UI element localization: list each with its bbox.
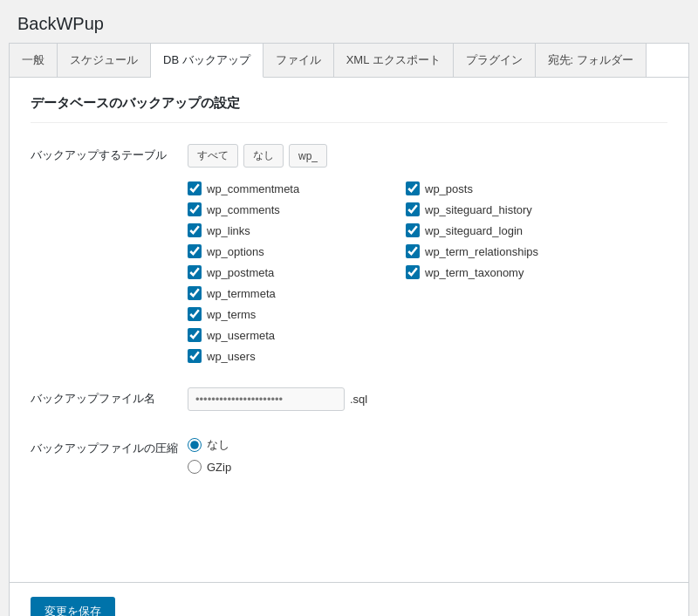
- select-wp-button[interactable]: wp_: [289, 144, 327, 168]
- compression-label: バックアップファイルの圧縮: [31, 437, 188, 456]
- label-wp_postmeta[interactable]: wp_postmeta: [207, 266, 274, 279]
- table-item-empty-4: [406, 346, 624, 366]
- checkbox-wp_posts[interactable]: [406, 181, 420, 195]
- checkbox-wp_options[interactable]: [188, 244, 202, 258]
- filename-label: バックアップファイル名: [31, 387, 188, 407]
- tabs-bar: 一般 スケジュール DB バックアップ ファイル XML エクスポート プラグイ…: [9, 43, 689, 77]
- label-wp_term_relationships[interactable]: wp_term_relationships: [425, 245, 538, 258]
- select-all-button[interactable]: すべて: [188, 144, 238, 168]
- app-title: BackWPup: [0, 0, 698, 43]
- table-item-wp_comments: wp_comments: [188, 199, 406, 220]
- label-compression-none[interactable]: なし: [207, 437, 229, 453]
- content-area: データベースのバックアップの設定 バックアップするテーブル すべて なし wp_…: [9, 77, 689, 583]
- table-item-wp_termmeta: wp_termmeta: [188, 283, 406, 304]
- file-extension: .sql: [350, 393, 367, 406]
- table-item-wp_usermeta: wp_usermeta: [188, 325, 406, 346]
- tables-label: バックアップするテーブル: [31, 144, 188, 163]
- radio-compression-none[interactable]: [188, 438, 202, 452]
- label-wp_posts[interactable]: wp_posts: [425, 182, 473, 195]
- tables-content: すべて なし wp_ wp_commentmeta wp_posts: [188, 144, 667, 366]
- checkbox-wp_siteguard_login[interactable]: [406, 223, 420, 237]
- file-name-row: .sql: [188, 387, 667, 411]
- label-wp_links[interactable]: wp_links: [207, 224, 250, 237]
- compression-row: バックアップファイルの圧縮 なし GZip: [31, 437, 667, 474]
- checkbox-wp_usermeta[interactable]: [188, 328, 202, 342]
- label-wp_terms[interactable]: wp_terms: [207, 308, 256, 321]
- checkbox-wp_postmeta[interactable]: [188, 265, 202, 279]
- checkbox-wp_terms[interactable]: [188, 307, 202, 321]
- tab-files[interactable]: ファイル: [263, 44, 334, 77]
- table-item-wp_options: wp_options: [188, 241, 406, 262]
- checkbox-wp_term_taxonomy[interactable]: [406, 265, 420, 279]
- compression-radio-group: なし GZip: [188, 437, 667, 474]
- radio-compression-gzip[interactable]: [188, 460, 202, 474]
- label-wp_commentmeta[interactable]: wp_commentmeta: [207, 182, 299, 195]
- table-item-wp_term_taxonomy: wp_term_taxonomy: [406, 262, 624, 283]
- tab-xml-export[interactable]: XML エクスポート: [334, 44, 454, 77]
- table-item-wp_postmeta: wp_postmeta: [188, 262, 406, 283]
- tab-plugin[interactable]: プラグイン: [454, 44, 536, 77]
- table-item-empty-2: [406, 304, 624, 325]
- label-wp_siteguard_history[interactable]: wp_siteguard_history: [425, 203, 532, 216]
- compression-gzip-item: GZip: [188, 460, 667, 474]
- checkbox-wp_comments[interactable]: [188, 202, 202, 216]
- page-wrap: BackWPup 一般 スケジュール DB バックアップ ファイル XML エク…: [0, 0, 698, 616]
- checkbox-wp_links[interactable]: [188, 223, 202, 237]
- compression-none-item: なし: [188, 437, 667, 453]
- table-item-wp_siteguard_history: wp_siteguard_history: [406, 199, 624, 220]
- select-none-button[interactable]: なし: [243, 144, 284, 168]
- save-bar: 変更を保存: [9, 583, 689, 616]
- section-title: データベースのバックアップの設定: [31, 95, 667, 123]
- tab-general[interactable]: 一般: [10, 44, 58, 77]
- label-wp_options[interactable]: wp_options: [207, 245, 264, 258]
- label-wp_term_taxonomy[interactable]: wp_term_taxonomy: [425, 266, 524, 279]
- save-button[interactable]: 変更を保存: [31, 597, 115, 616]
- compression-content: なし GZip: [188, 437, 667, 474]
- checkbox-wp_commentmeta[interactable]: [188, 181, 202, 195]
- label-wp_usermeta[interactable]: wp_usermeta: [207, 329, 275, 342]
- filename-content: .sql: [188, 387, 667, 416]
- table-item-empty-3: [406, 325, 624, 346]
- checkbox-wp_termmeta[interactable]: [188, 286, 202, 300]
- label-wp_comments[interactable]: wp_comments: [207, 203, 280, 216]
- checkbox-wp_term_relationships[interactable]: [406, 244, 420, 258]
- table-item-wp_users: wp_users: [188, 346, 406, 366]
- tab-destination[interactable]: 宛先: フォルダー: [536, 44, 647, 77]
- table-item-wp_posts: wp_posts: [406, 178, 624, 199]
- tab-schedule[interactable]: スケジュール: [58, 44, 151, 77]
- label-wp_termmeta[interactable]: wp_termmeta: [207, 287, 276, 300]
- table-item-wp_links: wp_links: [188, 220, 406, 241]
- label-wp_siteguard_login[interactable]: wp_siteguard_login: [425, 224, 523, 237]
- tab-db-backup[interactable]: DB バックアップ: [151, 44, 263, 78]
- filename-row: バックアップファイル名 .sql: [31, 387, 667, 416]
- label-wp_users[interactable]: wp_users: [207, 350, 256, 363]
- table-item-empty-1: [406, 283, 624, 304]
- table-item-wp_siteguard_login: wp_siteguard_login: [406, 220, 624, 241]
- table-item-wp_commentmeta: wp_commentmeta: [188, 178, 406, 199]
- file-name-input[interactable]: [188, 387, 345, 411]
- table-item-wp_terms: wp_terms: [188, 304, 406, 325]
- checkboxes-grid: wp_commentmeta wp_posts wp_comments wp_s…: [188, 178, 667, 366]
- checkbox-wp_users[interactable]: [188, 349, 202, 363]
- label-compression-gzip[interactable]: GZip: [207, 461, 231, 474]
- tables-row: バックアップするテーブル すべて なし wp_ wp_commentmeta w…: [31, 144, 667, 366]
- table-item-wp_term_relationships: wp_term_relationships: [406, 241, 624, 262]
- checkbox-wp_siteguard_history[interactable]: [406, 202, 420, 216]
- table-button-group: すべて なし wp_: [188, 144, 667, 168]
